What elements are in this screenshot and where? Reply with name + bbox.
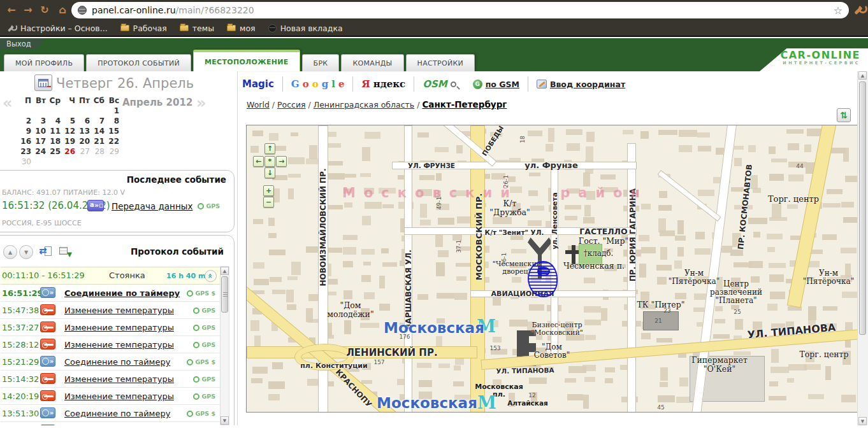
scrollbar-up-icon[interactable] (221, 267, 229, 275)
provider-google-button[interactable]: Google (283, 76, 354, 92)
zoom-in-button[interactable]: + (263, 185, 274, 196)
filter-icon[interactable] (59, 246, 72, 258)
calendar-day[interactable]: 8 (107, 116, 122, 126)
scrollbar-down-icon[interactable] (221, 416, 229, 425)
event-link[interactable]: Изменение температуры (64, 340, 174, 350)
map-canvas[interactable]: Московский район ↑ ← * → ↓ + − НОВОИЗМАЙ… (246, 125, 858, 413)
calendar-day[interactable]: 23 (19, 146, 34, 157)
calendar-day[interactable]: 13 (78, 126, 92, 136)
provider-osm-button[interactable]: OSM (414, 76, 464, 92)
calendar-day[interactable]: 21 (92, 136, 107, 146)
breadcrumb-link[interactable]: World (247, 100, 270, 109)
bookmark-star-icon[interactable] (834, 4, 843, 17)
bookmark-item[interactable]: моя (227, 24, 256, 33)
calendar-day[interactable]: 3 (34, 116, 48, 126)
calendar-day[interactable]: 2 (19, 116, 34, 126)
event-link[interactable]: Изменение температуры (64, 323, 174, 332)
back-icon[interactable] (4, 3, 19, 18)
logout-button[interactable]: Выход (0, 38, 45, 50)
event-link[interactable]: Соединение по таймеру (64, 357, 170, 367)
breadcrumb-link[interactable]: Россия (277, 100, 306, 109)
calendar-day[interactable]: 12 (63, 126, 78, 136)
export-icon[interactable] (39, 244, 55, 259)
page-scrollbar[interactable] (857, 71, 868, 425)
tab-brk[interactable]: БРК (302, 54, 340, 71)
breadcrumb-link[interactable]: Санкт-Петербург (422, 99, 507, 109)
browser-menu-wrench-icon[interactable] (853, 4, 864, 15)
calendar-day[interactable]: 1 (107, 106, 122, 116)
calendar-day[interactable]: 29 (107, 146, 122, 157)
calendar-day[interactable]: 4 (48, 116, 63, 126)
zoom-out-button[interactable]: − (263, 197, 274, 208)
tab-my-profile[interactable]: МОЙ ПРОФИЛЬ (4, 54, 84, 71)
tab-event-protocol[interactable]: ПРОТОКОЛ СОБЫТИЙ (86, 54, 191, 71)
calendar-day[interactable]: 18 (48, 136, 63, 146)
calendar-day[interactable]: 5 (63, 116, 78, 126)
calendar-day[interactable]: 15 (107, 126, 122, 136)
scrollbar-thumb[interactable] (221, 276, 228, 313)
refresh-map-button[interactable] (837, 108, 851, 122)
breadcrumb-link[interactable]: Ленинградская область (314, 100, 414, 109)
last-event-link[interactable]: Передача данных (112, 201, 192, 211)
pan-right-button[interactable]: → (276, 156, 287, 167)
bookmark-item[interactable]: Новая вкладка (268, 24, 343, 33)
center-map-button[interactable]: * (264, 156, 275, 167)
map-building (823, 203, 841, 208)
calendar-day[interactable]: 28 (92, 146, 107, 157)
tab-commands[interactable]: КОМАНДЫ (341, 54, 403, 71)
event-link[interactable]: Изменение температуры (64, 374, 174, 384)
tab-location[interactable]: МЕСТОПОЛОЖЕНИЕ (193, 50, 300, 71)
calendar-day[interactable]: 19 (63, 136, 78, 146)
calendar-day[interactable]: 9 (19, 126, 34, 136)
event-link[interactable]: Соединение по таймеру (64, 288, 180, 298)
calendar-day[interactable]: 27 (78, 146, 92, 157)
calendar-day[interactable]: 30 (19, 157, 34, 167)
home-icon[interactable] (55, 3, 70, 18)
pan-left-button[interactable]: ← (253, 156, 264, 167)
provider-yandex-button[interactable]: Яндекс (353, 76, 414, 92)
calendar-day[interactable]: 14 (92, 126, 107, 136)
pan-down-button[interactable]: ↓ (264, 167, 275, 178)
calendar-day[interactable]: 10 (34, 126, 48, 136)
selected-date-title: Четверг 26. Апрель (56, 76, 194, 91)
tab-settings[interactable]: НАСТРОЙКИ (406, 54, 475, 71)
calendar-day[interactable]: 17 (34, 136, 48, 146)
calendar-day[interactable]: 11 (48, 126, 63, 136)
reload-icon[interactable] (37, 3, 52, 18)
bookmark-item[interactable]: темы (180, 24, 214, 33)
page-scroll-thumb[interactable] (859, 81, 866, 335)
calendar-icon-button[interactable] (34, 74, 52, 91)
calendar-day[interactable]: 6 (78, 116, 92, 126)
event-link[interactable]: Изменение температуры (64, 306, 174, 315)
event-list-scrollbar[interactable] (220, 266, 229, 425)
event-link[interactable]: Изменение температуры (64, 392, 174, 401)
scroll-up-button[interactable] (3, 245, 17, 259)
calendar-prev-icon[interactable] (3, 94, 13, 112)
url-bar[interactable]: panel.car-online.ru/main/?66823220 (71, 2, 849, 18)
calendar-day[interactable]: 16 (19, 136, 34, 146)
map-building (509, 320, 528, 327)
event-link[interactable]: Соединение по таймеру (64, 409, 170, 418)
calendar-day[interactable]: 7 (92, 116, 107, 126)
page-scroll-up-icon[interactable] (858, 71, 867, 80)
calendar-day[interactable]: 22 (107, 136, 122, 146)
forward-icon[interactable] (20, 3, 36, 18)
enter-coordinates-button[interactable]: Ввод координат (528, 76, 633, 92)
calendar-day[interactable]: 20 (78, 136, 92, 146)
provider-magic-button[interactable]: Magic (234, 76, 283, 92)
bookmark-item[interactable]: Настройки – Основ... (5, 22, 108, 34)
bookmark-item[interactable]: Рабочая (120, 24, 167, 33)
page-scroll-down-icon[interactable] (858, 417, 867, 425)
map-building (253, 262, 265, 269)
map-poi-label: К/т"Дружба" (489, 199, 530, 217)
gsm-locate-button[interactable]: G по GSM (465, 76, 528, 92)
scroll-down-button[interactable] (19, 245, 33, 259)
collapse-button[interactable] (205, 270, 217, 282)
calendar-day[interactable]: 26 (63, 146, 78, 157)
pan-up-button[interactable]: ↑ (264, 143, 275, 154)
vehicle-location-marker[interactable] (528, 261, 558, 297)
map-building (287, 276, 298, 280)
calendar-next-icon[interactable] (196, 94, 206, 112)
calendar-day[interactable]: 24 (34, 146, 48, 157)
calendar-day[interactable]: 25 (48, 146, 63, 157)
